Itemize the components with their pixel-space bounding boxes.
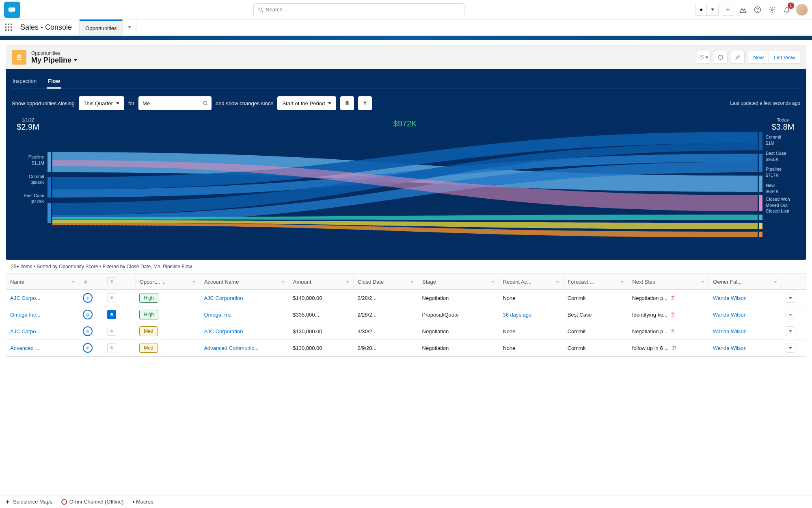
col-forecast-category[interactable]: Forecast ... [564,274,628,290]
favorites-button[interactable]: ★ [695,4,719,16]
global-search[interactable] [253,3,464,16]
next-step-cell: follow up in 6 ...⏱ [628,340,709,356]
svg-rect-9 [48,152,51,172]
recent-activity-cell: None [499,290,563,306]
row-actions-menu[interactable] [786,326,795,336]
bookmark-toggle[interactable] [107,293,116,302]
svg-line-1 [262,11,263,12]
flow-end-date: Today [766,117,800,122]
bookmark-icon [107,277,116,286]
owner-link[interactable]: Wanda Wilson [713,345,747,351]
app-launcher-button[interactable] [0,20,18,35]
opportunity-name-link[interactable]: Omega Inc... [10,312,40,318]
bookmark-filter-button[interactable] [340,96,354,110]
closing-period-picker[interactable]: This Quarter [79,96,124,110]
overdue-clock-icon: ⏱ [671,345,676,351]
amount-cell: $335,000.... [289,306,353,323]
chevron-down-icon[interactable] [707,4,718,15]
account-name-link[interactable]: AJC Corporation [204,295,243,301]
cloud-logo[interactable] [4,2,20,18]
owner-picker[interactable]: Me [138,96,212,110]
table-row: AJC Corpo... ⚛ High AJC Corporation $140… [6,290,806,306]
stage-cell: Negotiation [418,323,499,340]
opportunity-name-link[interactable]: AJC Corpo... [10,295,40,301]
app-name: Sales - Console [18,20,80,35]
opportunity-score-chip: Med [139,326,158,336]
brand-stripe [0,36,812,40]
col-close-date[interactable]: Close Date [353,274,418,290]
row-actions-menu[interactable] [786,343,795,353]
svg-point-5 [18,56,19,57]
list-view-button[interactable]: List View [769,51,800,64]
svg-rect-13 [759,154,762,172]
trailhead-icon[interactable] [737,4,749,15]
bookmark-toggle[interactable] [107,310,116,319]
opportunity-name-link[interactable]: Advanced ... [10,345,39,351]
next-step-cell: Negotiation p...⏱ [628,290,709,306]
einstein-score-icon[interactable]: ⚛ [83,293,93,303]
einstein-score-icon[interactable]: ⚛ [83,310,93,319]
add-button[interactable] [722,4,734,16]
flow-gain: $972K [44,119,766,128]
filter-button[interactable] [358,96,372,110]
table-meta: 25+ items • Sorted by Opportunity Score … [6,260,806,274]
setup-gear-icon[interactable] [767,4,778,15]
bookmark-toggle[interactable] [107,343,116,352]
svg-point-6 [701,56,702,58]
new-button[interactable]: New [748,51,769,64]
changes-since-picker[interactable]: Start of the Period [277,96,336,110]
col-amount[interactable]: Amount [289,274,353,290]
bookmark-toggle[interactable] [107,327,116,336]
tab-opportunities[interactable]: Opportunities [80,20,123,35]
col-stage[interactable]: Stage [418,274,499,290]
recent-activity-cell: None [499,340,563,356]
owner-link[interactable]: Wanda Wilson [713,295,747,301]
col-owner[interactable]: Owner Ful... [709,274,782,290]
row-actions-menu[interactable] [786,293,795,303]
account-name-link[interactable]: Advanced Communic... [204,345,258,351]
subtab-inspection[interactable]: Inspection [12,75,37,89]
col-bookmark[interactable] [103,274,136,290]
account-name-link[interactable]: AJC Corporation [204,328,243,334]
list-view-title[interactable]: My Pipeline [31,56,77,65]
edit-button[interactable] [731,51,745,64]
opportunity-object-icon [12,50,26,65]
einstein-score-icon[interactable]: ⚛ [83,343,93,353]
einstein-score-icon[interactable]: ⚛ [83,326,93,336]
sankey-chart [48,132,762,254]
col-recent-activity[interactable]: Recent Ac... [499,274,563,290]
notifications-button[interactable]: 1 [781,4,793,15]
recent-activity-cell: 36 days ago [499,306,563,323]
row-actions-menu[interactable] [786,310,795,319]
col-name[interactable]: Name [6,274,79,290]
opportunity-score-chip: High [139,293,158,303]
flow-end-total: $3.8M [766,122,800,132]
flow-right-node: Pipeline$717K [766,166,800,178]
subtab-flow[interactable]: Flow [47,75,61,89]
opportunities-table: Name ⚛ Opport... ↓ Account Name Amount C… [6,274,806,356]
last-updated-label: Last updated a few seconds ago [730,100,800,106]
user-avatar[interactable] [796,4,808,16]
opportunity-name-link[interactable]: AJC Corpo... [10,328,40,334]
help-icon[interactable] [752,4,763,15]
svg-point-3 [758,11,758,11]
account-name-link[interactable]: Omega, Inc. [204,312,233,318]
table-row: Advanced ... ⚛ Med Advanced Communic... … [6,340,806,356]
owner-link[interactable]: Wanda Wilson [713,312,747,318]
table-row: AJC Corpo... ⚛ Med AJC Corporation $130,… [6,323,806,340]
svg-rect-17 [759,223,762,229]
col-score-icon[interactable]: ⚛ [79,274,103,290]
amount-cell: $130,000.00 [289,340,353,356]
global-search-input[interactable] [265,6,460,13]
stage-cell: Proposal/Quote [418,306,499,323]
owner-link[interactable]: Wanda Wilson [713,328,747,334]
refresh-button[interactable] [714,51,728,64]
col-account-name[interactable]: Account Name [200,274,289,290]
amount-cell: $140,000.00 [289,290,353,306]
flow-right-node: Best Case$955K [766,150,800,163]
tab-actions-caret[interactable] [123,20,136,35]
col-next-step[interactable]: Next Step [628,274,709,290]
list-view-settings-button[interactable] [697,51,710,64]
svg-rect-14 [759,176,762,192]
col-opportunity-score[interactable]: Opport... ↓ [135,274,200,290]
